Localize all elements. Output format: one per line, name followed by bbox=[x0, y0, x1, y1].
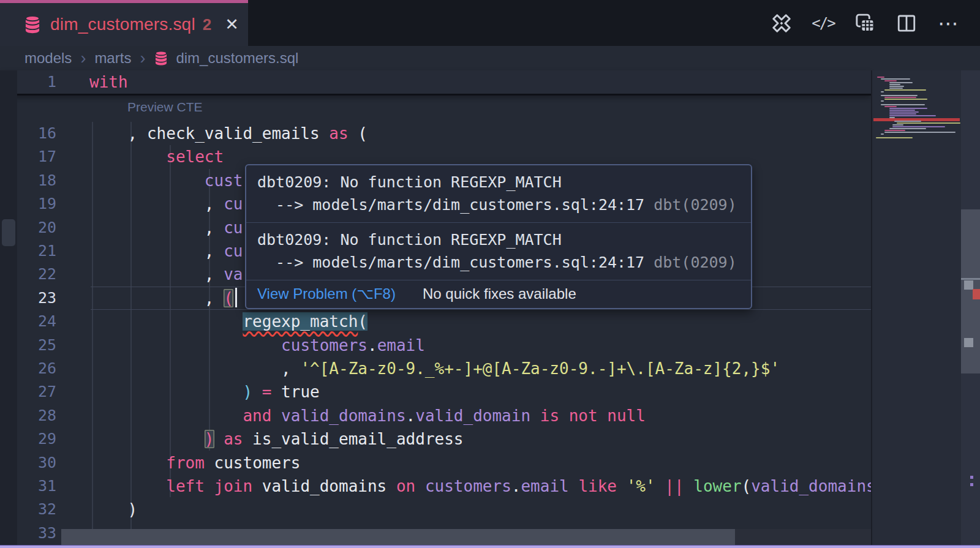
line-number[interactable]: 16 bbox=[17, 122, 56, 145]
line-number[interactable]: 24 bbox=[17, 310, 56, 333]
editor-pane: Preview CTE 16 , check_valid_emails as (… bbox=[0, 70, 980, 548]
code-line-27[interactable]: 27 ) = true bbox=[0, 380, 871, 403]
overview-ruler-marker bbox=[973, 289, 980, 299]
minimap-code-row bbox=[884, 99, 927, 100]
line-number[interactable]: 18 bbox=[17, 169, 56, 192]
code-text: , ( bbox=[89, 287, 237, 310]
minimap-code-row bbox=[881, 91, 884, 92]
line-number[interactable]: 21 bbox=[17, 239, 56, 263]
code-text: , '^[A-Za-z0-9._%+-]+@[A-Za-z0-9.-]+\.[A… bbox=[89, 357, 780, 380]
bottom-accent-bar bbox=[0, 545, 980, 548]
view-problem-link[interactable]: View Problem (⌥F8) bbox=[257, 285, 396, 302]
line-number[interactable]: 22 bbox=[17, 263, 56, 286]
chevron-right-icon: › bbox=[80, 49, 86, 68]
split-editor-icon[interactable] bbox=[893, 10, 920, 37]
minimap-code-row bbox=[889, 88, 903, 89]
breadcrumb: models › marts › dim_customers.sql bbox=[0, 46, 980, 70]
database-icon bbox=[154, 50, 168, 66]
minimap-code-row bbox=[889, 86, 904, 87]
code-text: customers.email bbox=[89, 334, 425, 357]
line-number[interactable]: 32 bbox=[17, 498, 56, 521]
problem-entry: dbt0209: No function REGEXP_MATCH --> mo… bbox=[246, 223, 751, 280]
code-text: and valid_domains.valid_domain is not nu… bbox=[89, 404, 646, 427]
minimap-code-row bbox=[881, 104, 925, 105]
problem-entry: dbt0209: No function REGEXP_MATCH --> mo… bbox=[246, 165, 751, 222]
code-line-30[interactable]: 30 from customers bbox=[0, 451, 871, 475]
code-area[interactable]: Preview CTE 16 , check_valid_emails as (… bbox=[0, 70, 871, 548]
minimap-code-row bbox=[897, 122, 960, 124]
code-line-26[interactable]: 26 , '^[A-Za-z0-9._%+-]+@[A-Za-z0-9.-]+\… bbox=[0, 357, 871, 380]
sticky-scroll-line[interactable]: 1 with bbox=[0, 70, 871, 96]
line-number[interactable]: 31 bbox=[17, 475, 56, 498]
minimap-code-row bbox=[884, 132, 956, 133]
codelens-preview-cte[interactable]: Preview CTE bbox=[127, 100, 203, 114]
minimap-code-row bbox=[884, 97, 916, 98]
code-text: , check_valid_emails as ( bbox=[89, 122, 368, 145]
minimap-code-row bbox=[884, 106, 897, 107]
minimap-code-row bbox=[884, 130, 905, 131]
line-number[interactable]: 19 bbox=[17, 192, 56, 216]
left-scrollbar-handle[interactable] bbox=[2, 219, 15, 246]
chevron-right-icon: › bbox=[140, 49, 145, 68]
problem-code: dbt(0209) bbox=[654, 253, 736, 271]
minimap-code-row bbox=[889, 113, 916, 114]
line-number[interactable]: 29 bbox=[17, 427, 56, 451]
tab-bar: dim_customers.sql 2 ✕ </> bbox=[0, 0, 980, 46]
line-number[interactable]: 17 bbox=[17, 145, 56, 168]
breadcrumb-item-models[interactable]: models bbox=[24, 50, 72, 67]
problem-message: dbt0209: No function REGEXP_MATCH bbox=[257, 228, 740, 251]
code-line-32[interactable]: 32 ) bbox=[0, 498, 871, 521]
horizontal-scrollbar-slider[interactable] bbox=[61, 529, 735, 546]
line-number[interactable]: 30 bbox=[17, 451, 56, 475]
minimap-code-row bbox=[889, 84, 900, 85]
breadcrumb-item-file[interactable]: dim_customers.sql bbox=[176, 50, 298, 67]
problem-message: dbt0209: No function REGEXP_MATCH bbox=[257, 171, 740, 193]
close-icon[interactable]: ✕ bbox=[225, 15, 239, 34]
line-number[interactable]: 26 bbox=[17, 357, 56, 380]
code-text: , va bbox=[89, 263, 243, 286]
line-number[interactable]: 23 bbox=[17, 287, 56, 310]
line-number[interactable]: 28 bbox=[17, 404, 56, 427]
line-number[interactable]: 25 bbox=[17, 334, 56, 357]
problem-location: --> models/marts/dim_customers.sql:24:17… bbox=[257, 251, 740, 274]
minimap-code-row bbox=[892, 126, 945, 127]
code-line-16[interactable]: 16 , check_valid_emails as ( bbox=[0, 122, 871, 145]
minimap-code-row bbox=[881, 95, 918, 96]
line-number[interactable]: 33 bbox=[17, 522, 56, 545]
problem-hover-popup: dbt0209: No function REGEXP_MATCH --> mo… bbox=[245, 164, 752, 309]
code-line-28[interactable]: 28 and valid_domains.valid_domain is not… bbox=[0, 404, 871, 427]
minimap-code-row bbox=[877, 77, 884, 78]
editor-tab[interactable]: dim_customers.sql 2 ✕ bbox=[0, 0, 248, 46]
minimap-code-row bbox=[876, 137, 913, 138]
editor-actions: </> ⋯ bbox=[768, 0, 962, 46]
query-results-icon[interactable] bbox=[851, 10, 878, 37]
minimap-code-row bbox=[889, 82, 913, 83]
vertical-scrollbar bbox=[961, 70, 980, 548]
more-actions-icon[interactable]: ⋯ bbox=[935, 10, 962, 37]
problem-code: dbt(0209) bbox=[654, 196, 736, 214]
minimap-code-row bbox=[894, 121, 921, 122]
code-text: , cu bbox=[89, 216, 243, 239]
line-number[interactable]: 20 bbox=[17, 216, 56, 239]
code-text: from customers bbox=[89, 451, 300, 475]
overview-ruler-marker bbox=[970, 476, 973, 479]
minimap-code-row bbox=[889, 128, 926, 129]
sticky-code-text: with bbox=[89, 70, 128, 94]
code-line-25[interactable]: 25 customers.email bbox=[0, 334, 871, 357]
minimap-code-row bbox=[889, 111, 919, 113]
code-line-29[interactable]: 29 ) as is_valid_email_address bbox=[0, 427, 871, 451]
code-line-24[interactable]: 24 regexp_match( bbox=[0, 310, 871, 333]
minimap-code-row bbox=[884, 80, 897, 81]
line-number: 1 bbox=[17, 70, 56, 94]
tab-problems-badge: 2 bbox=[203, 15, 211, 34]
tab-title: dim_customers.sql bbox=[50, 15, 195, 34]
line-number[interactable]: 27 bbox=[17, 380, 56, 403]
minimap[interactable] bbox=[871, 70, 961, 548]
vscode-window: dim_customers.sql 2 ✕ </> bbox=[0, 0, 980, 548]
code-line-31[interactable]: 31 left join valid_domains on customers.… bbox=[0, 475, 871, 498]
minimap-code-row bbox=[881, 133, 884, 135]
dbt-icon[interactable] bbox=[768, 10, 795, 37]
breadcrumb-item-marts[interactable]: marts bbox=[94, 50, 131, 67]
code-icon[interactable]: </> bbox=[810, 10, 837, 37]
code-text: regexp_match( bbox=[89, 310, 368, 333]
